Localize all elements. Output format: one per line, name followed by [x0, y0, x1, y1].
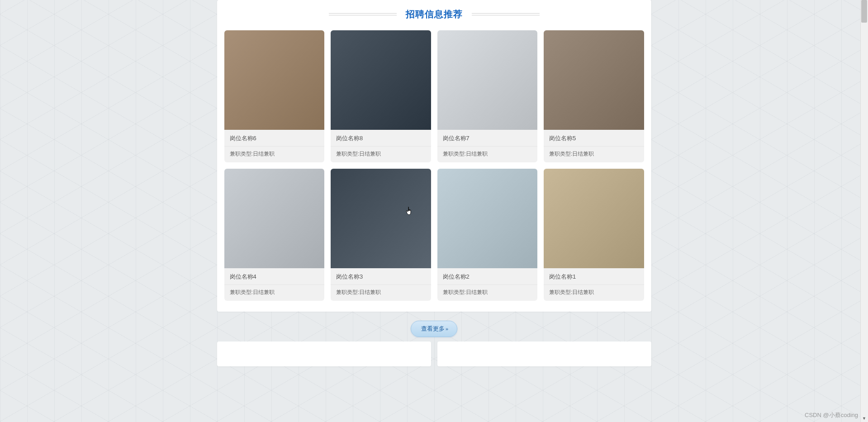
- job-card[interactable]: 岗位名称1 兼职类型:日结兼职: [544, 169, 644, 301]
- job-title: 岗位名称5: [544, 130, 644, 147]
- job-type: 兼职类型:日结兼职: [544, 285, 644, 301]
- job-image: [224, 30, 325, 130]
- job-card[interactable]: 岗位名称3 兼职类型:日结兼职: [331, 169, 431, 301]
- job-card[interactable]: 岗位名称4 兼职类型:日结兼职: [224, 169, 325, 301]
- job-image: [224, 169, 325, 268]
- job-title: 岗位名称7: [437, 130, 538, 147]
- vertical-scrollbar[interactable]: ▲ ▼: [860, 0, 868, 422]
- job-info: 岗位名称5 兼职类型:日结兼职: [544, 130, 644, 162]
- job-type: 兼职类型:日结兼职: [224, 285, 325, 301]
- job-info: 岗位名称4 兼职类型:日结兼职: [224, 268, 325, 301]
- job-type: 兼职类型:日结兼职: [437, 147, 538, 162]
- job-info: 岗位名称1 兼职类型:日结兼职: [544, 268, 644, 301]
- view-more-label: 查看更多: [421, 325, 445, 333]
- job-type: 兼职类型:日结兼职: [437, 285, 538, 301]
- job-card[interactable]: 岗位名称5 兼职类型:日结兼职: [544, 30, 644, 162]
- scrollbar-arrow-down-icon[interactable]: ▼: [860, 414, 868, 422]
- job-title: 岗位名称3: [331, 268, 431, 285]
- job-type: 兼职类型:日结兼职: [224, 147, 325, 162]
- job-info: 岗位名称6 兼职类型:日结兼职: [224, 130, 325, 162]
- job-type: 兼职类型:日结兼职: [544, 147, 644, 162]
- job-title: 岗位名称1: [544, 268, 644, 285]
- view-more-button[interactable]: 查看更多 »: [411, 321, 457, 337]
- job-card-grid: 岗位名称6 兼职类型:日结兼职 岗位名称8 兼职类型:日结兼职 岗位名称7 兼职…: [224, 30, 644, 301]
- bottom-card-right: [437, 341, 651, 366]
- recruitment-section: 招聘信息推荐 岗位名称6 兼职类型:日结兼职 岗位名称8 兼职类型:日结兼职 岗…: [217, 0, 651, 312]
- job-info: 岗位名称7 兼职类型:日结兼职: [437, 130, 538, 162]
- decorative-line-right: [472, 13, 540, 15]
- job-title: 岗位名称4: [224, 268, 325, 285]
- job-image: [544, 30, 644, 130]
- job-image: [544, 169, 644, 268]
- job-title: 岗位名称6: [224, 130, 325, 147]
- watermark-text: CSDN @小蔡coding: [805, 411, 858, 419]
- job-card[interactable]: 岗位名称2 兼职类型:日结兼职: [437, 169, 538, 301]
- job-title: 岗位名称8: [331, 130, 431, 147]
- more-button-container: 查看更多 »: [0, 321, 868, 337]
- bottom-card-left: [217, 341, 431, 366]
- job-image: [437, 30, 538, 130]
- job-info: 岗位名称2 兼职类型:日结兼职: [437, 268, 538, 301]
- job-image: [331, 30, 431, 130]
- job-type: 兼职类型:日结兼职: [331, 285, 431, 301]
- job-image: [331, 169, 431, 268]
- section-header: 招聘信息推荐: [224, 8, 644, 20]
- section-title: 招聘信息推荐: [406, 8, 463, 20]
- bottom-section: [217, 341, 651, 366]
- job-type: 兼职类型:日结兼职: [331, 147, 431, 162]
- job-card[interactable]: 岗位名称7 兼职类型:日结兼职: [437, 30, 538, 162]
- scrollbar-thumb[interactable]: [861, 0, 867, 23]
- job-info: 岗位名称3 兼职类型:日结兼职: [331, 268, 431, 301]
- job-info: 岗位名称8 兼职类型:日结兼职: [331, 130, 431, 162]
- decorative-line-left: [329, 13, 397, 15]
- job-card[interactable]: 岗位名称6 兼职类型:日结兼职: [224, 30, 325, 162]
- job-image: [437, 169, 538, 268]
- job-card[interactable]: 岗位名称8 兼职类型:日结兼职: [331, 30, 431, 162]
- chevron-right-icon: »: [446, 326, 447, 332]
- job-title: 岗位名称2: [437, 268, 538, 285]
